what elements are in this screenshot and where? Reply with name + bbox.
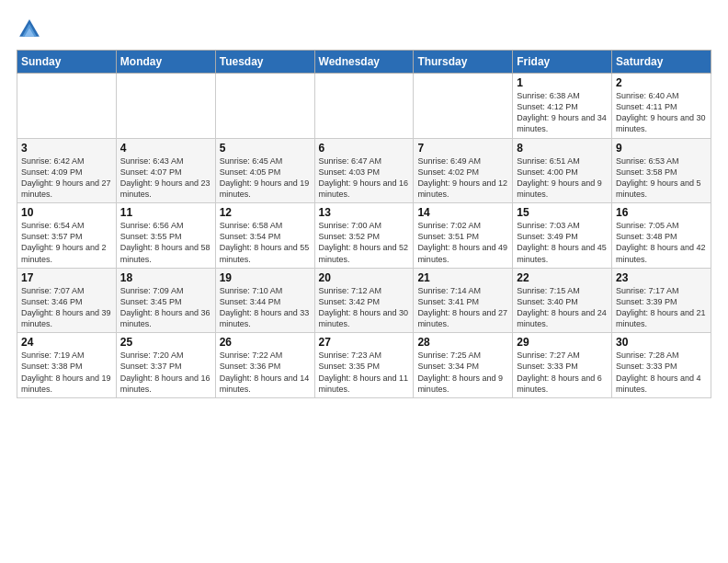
day-number: 1 xyxy=(517,76,608,89)
day-info: Sunrise: 6:51 AM Sunset: 4:00 PM Dayligh… xyxy=(517,155,608,201)
logo xyxy=(17,17,46,42)
calendar-week-5: 24Sunrise: 7:19 AM Sunset: 3:38 PM Dayli… xyxy=(17,333,711,398)
day-info: Sunrise: 7:15 AM Sunset: 3:40 PM Dayligh… xyxy=(517,285,608,330)
day-number: 22 xyxy=(517,271,608,284)
calendar-cell: 9Sunrise: 6:53 AM Sunset: 3:58 PM Daylig… xyxy=(612,138,711,203)
day-info: Sunrise: 6:47 AM Sunset: 4:03 PM Dayligh… xyxy=(319,155,410,201)
day-info: Sunrise: 7:25 AM Sunset: 3:34 PM Dayligh… xyxy=(417,350,508,395)
day-info: Sunrise: 7:03 AM Sunset: 3:49 PM Dayligh… xyxy=(517,220,608,265)
day-number: 11 xyxy=(120,206,211,219)
calendar-cell: 28Sunrise: 7:25 AM Sunset: 3:34 PM Dayli… xyxy=(414,333,513,398)
day-number: 12 xyxy=(220,206,311,219)
weekday-header-saturday: Saturday xyxy=(612,51,711,74)
day-number: 25 xyxy=(120,336,211,349)
day-info: Sunrise: 7:22 AM Sunset: 3:36 PM Dayligh… xyxy=(220,350,311,395)
calendar-cell: 11Sunrise: 6:56 AM Sunset: 3:55 PM Dayli… xyxy=(116,203,215,269)
calendar-cell xyxy=(414,74,513,139)
calendar-cell: 19Sunrise: 7:10 AM Sunset: 3:44 PM Dayli… xyxy=(215,268,314,333)
calendar-header: SundayMondayTuesdayWednesdayThursdayFrid… xyxy=(17,51,711,74)
calendar-cell: 30Sunrise: 7:28 AM Sunset: 3:33 PM Dayli… xyxy=(612,333,711,398)
calendar-cell: 1Sunrise: 6:38 AM Sunset: 4:12 PM Daylig… xyxy=(513,74,612,139)
calendar-cell: 12Sunrise: 6:58 AM Sunset: 3:54 PM Dayli… xyxy=(215,203,314,269)
day-info: Sunrise: 7:17 AM Sunset: 3:39 PM Dayligh… xyxy=(616,285,707,330)
day-number: 2 xyxy=(616,76,707,89)
calendar-cell: 26Sunrise: 7:22 AM Sunset: 3:36 PM Dayli… xyxy=(215,333,314,398)
day-info: Sunrise: 7:19 AM Sunset: 3:38 PM Dayligh… xyxy=(21,350,112,395)
day-info: Sunrise: 6:54 AM Sunset: 3:57 PM Dayligh… xyxy=(21,220,112,265)
day-number: 9 xyxy=(616,142,707,155)
day-info: Sunrise: 6:42 AM Sunset: 4:09 PM Dayligh… xyxy=(21,155,112,201)
calendar-cell: 27Sunrise: 7:23 AM Sunset: 3:35 PM Dayli… xyxy=(314,333,414,398)
calendar-week-2: 3Sunrise: 6:42 AM Sunset: 4:09 PM Daylig… xyxy=(17,138,711,203)
calendar-cell xyxy=(116,74,215,139)
calendar-week-1: 1Sunrise: 6:38 AM Sunset: 4:12 PM Daylig… xyxy=(17,74,711,139)
calendar-cell: 24Sunrise: 7:19 AM Sunset: 3:38 PM Dayli… xyxy=(17,333,117,398)
weekday-header-thursday: Thursday xyxy=(414,51,513,74)
calendar-cell xyxy=(17,74,117,139)
day-number: 24 xyxy=(21,336,112,349)
day-number: 13 xyxy=(319,206,410,219)
calendar-cell: 7Sunrise: 6:49 AM Sunset: 4:02 PM Daylig… xyxy=(414,138,513,203)
weekday-header-row: SundayMondayTuesdayWednesdayThursdayFrid… xyxy=(17,51,711,74)
day-info: Sunrise: 7:12 AM Sunset: 3:42 PM Dayligh… xyxy=(319,285,410,330)
calendar-cell xyxy=(314,74,414,139)
calendar-cell: 13Sunrise: 7:00 AM Sunset: 3:52 PM Dayli… xyxy=(314,203,414,269)
day-number: 20 xyxy=(319,271,410,284)
logo-icon xyxy=(17,17,42,42)
weekday-header-wednesday: Wednesday xyxy=(314,51,414,74)
day-number: 29 xyxy=(517,336,608,349)
day-number: 28 xyxy=(417,336,508,349)
weekday-header-friday: Friday xyxy=(513,51,612,74)
weekday-header-monday: Monday xyxy=(116,51,215,74)
day-number: 19 xyxy=(220,271,311,284)
day-info: Sunrise: 7:00 AM Sunset: 3:52 PM Dayligh… xyxy=(319,220,410,265)
calendar-cell: 6Sunrise: 6:47 AM Sunset: 4:03 PM Daylig… xyxy=(314,138,414,203)
day-info: Sunrise: 7:07 AM Sunset: 3:46 PM Dayligh… xyxy=(21,285,112,330)
day-number: 27 xyxy=(319,336,410,349)
calendar-cell: 15Sunrise: 7:03 AM Sunset: 3:49 PM Dayli… xyxy=(513,203,612,269)
day-info: Sunrise: 6:43 AM Sunset: 4:07 PM Dayligh… xyxy=(120,155,211,201)
day-number: 10 xyxy=(21,206,112,219)
day-info: Sunrise: 6:45 AM Sunset: 4:05 PM Dayligh… xyxy=(220,155,311,201)
calendar-cell: 22Sunrise: 7:15 AM Sunset: 3:40 PM Dayli… xyxy=(513,268,612,333)
calendar-cell: 4Sunrise: 6:43 AM Sunset: 4:07 PM Daylig… xyxy=(116,138,215,203)
calendar-cell: 3Sunrise: 6:42 AM Sunset: 4:09 PM Daylig… xyxy=(17,138,117,203)
day-info: Sunrise: 7:23 AM Sunset: 3:35 PM Dayligh… xyxy=(319,350,410,395)
calendar-table: SundayMondayTuesdayWednesdayThursdayFrid… xyxy=(17,50,711,398)
calendar-cell: 8Sunrise: 6:51 AM Sunset: 4:00 PM Daylig… xyxy=(513,138,612,203)
calendar-cell: 17Sunrise: 7:07 AM Sunset: 3:46 PM Dayli… xyxy=(17,268,117,333)
day-info: Sunrise: 7:14 AM Sunset: 3:41 PM Dayligh… xyxy=(417,285,508,330)
calendar-body: 1Sunrise: 6:38 AM Sunset: 4:12 PM Daylig… xyxy=(17,74,711,398)
calendar-cell: 20Sunrise: 7:12 AM Sunset: 3:42 PM Dayli… xyxy=(314,268,414,333)
day-number: 14 xyxy=(417,206,508,219)
day-number: 6 xyxy=(319,142,410,155)
day-number: 5 xyxy=(220,142,311,155)
day-number: 17 xyxy=(21,271,112,284)
calendar-week-4: 17Sunrise: 7:07 AM Sunset: 3:46 PM Dayli… xyxy=(17,268,711,333)
calendar-cell: 2Sunrise: 6:40 AM Sunset: 4:11 PM Daylig… xyxy=(612,74,711,139)
day-number: 8 xyxy=(517,142,608,155)
calendar-cell: 23Sunrise: 7:17 AM Sunset: 3:39 PM Dayli… xyxy=(612,268,711,333)
day-number: 3 xyxy=(21,142,112,155)
calendar-cell: 29Sunrise: 7:27 AM Sunset: 3:33 PM Dayli… xyxy=(513,333,612,398)
day-number: 21 xyxy=(417,271,508,284)
calendar-week-3: 10Sunrise: 6:54 AM Sunset: 3:57 PM Dayli… xyxy=(17,203,711,269)
calendar-cell: 10Sunrise: 6:54 AM Sunset: 3:57 PM Dayli… xyxy=(17,203,117,269)
day-number: 7 xyxy=(417,142,508,155)
day-info: Sunrise: 6:40 AM Sunset: 4:11 PM Dayligh… xyxy=(616,90,707,135)
weekday-header-sunday: Sunday xyxy=(17,51,117,74)
weekday-header-tuesday: Tuesday xyxy=(215,51,314,74)
calendar-cell: 14Sunrise: 7:02 AM Sunset: 3:51 PM Dayli… xyxy=(414,203,513,269)
day-info: Sunrise: 7:27 AM Sunset: 3:33 PM Dayligh… xyxy=(517,350,608,395)
page-header xyxy=(17,17,711,42)
day-info: Sunrise: 6:38 AM Sunset: 4:12 PM Dayligh… xyxy=(517,90,608,135)
day-number: 30 xyxy=(616,336,707,349)
day-info: Sunrise: 7:28 AM Sunset: 3:33 PM Dayligh… xyxy=(616,350,707,395)
day-number: 26 xyxy=(220,336,311,349)
day-number: 16 xyxy=(616,206,707,219)
day-info: Sunrise: 7:02 AM Sunset: 3:51 PM Dayligh… xyxy=(417,220,508,265)
day-info: Sunrise: 6:53 AM Sunset: 3:58 PM Dayligh… xyxy=(616,155,707,201)
day-number: 15 xyxy=(517,206,608,219)
day-number: 18 xyxy=(120,271,211,284)
day-info: Sunrise: 6:58 AM Sunset: 3:54 PM Dayligh… xyxy=(220,220,311,265)
